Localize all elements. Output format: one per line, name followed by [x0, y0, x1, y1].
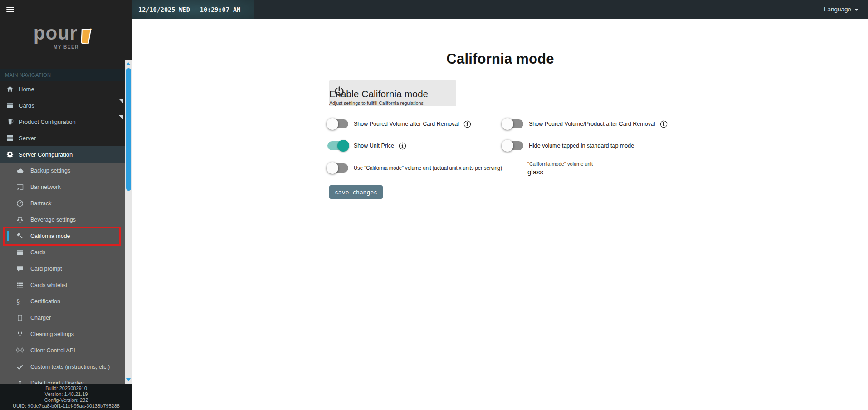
sidebar-item-home[interactable]: Home	[0, 81, 125, 97]
volume-unit-field-label: "California mode" volume unit	[527, 161, 729, 167]
sidebar-subitem-cards-whitelist[interactable]: Cards whitelist	[0, 277, 125, 293]
build-info-line: Version: 1.48.21.19	[0, 391, 132, 397]
sidebar-subitem-label: Client Control API	[30, 347, 75, 354]
build-info: Build: 2025082910Version: 1.48.21.19Conf…	[0, 384, 132, 410]
build-info-line: Config-Version: 232	[0, 397, 132, 403]
sidebar-item-label: Cards	[19, 102, 34, 109]
sidebar-subitem-label: Charger	[30, 315, 51, 321]
sidebar-subitem-cards[interactable]: Cards	[0, 244, 125, 261]
sidebar-item-label: Home	[19, 86, 34, 93]
sidebar-subitem-label: California mode	[30, 233, 70, 239]
toggle-knob	[337, 140, 349, 152]
home-icon	[6, 85, 14, 93]
sidebar-item-label: Product Configuration	[19, 119, 76, 125]
sidebar-item-label: Server	[19, 135, 36, 142]
sidebar-subitem-data-export-display[interactable]: Data Export / Display	[0, 375, 125, 384]
info-icon[interactable]	[399, 142, 406, 150]
sidebar-subitem-label: Bartrack	[30, 200, 52, 207]
page-title: California mode	[132, 51, 868, 67]
sidebar-subitem-bar-network[interactable]: Bar network	[0, 179, 125, 195]
sidebar-subitem-label: Backup settings	[30, 168, 70, 174]
toggle-switch[interactable]	[502, 141, 523, 150]
toggle-knob	[327, 162, 338, 174]
toggle-knob	[502, 140, 513, 152]
date-text: 12/10/2025 WED	[138, 6, 190, 13]
time-text: 10:29:07 AM	[200, 6, 240, 13]
sidebar-item-server[interactable]: Server	[0, 130, 125, 146]
scrollbar-thumb[interactable]	[126, 68, 131, 191]
language-dropdown[interactable]: Language	[824, 0, 859, 19]
sidebar: pour MY BEER MAIN NAVIGATION HomeCardsPr…	[0, 0, 132, 410]
build-info-line: UUID: 90de7ca8-b0f1-11ef-95aa-30138b7952…	[0, 403, 132, 409]
angle-left-icon	[119, 115, 123, 119]
sidebar-subitem-label: Cleaning settings	[30, 331, 74, 337]
sidebar-item-product-configuration[interactable]: Product Configuration	[0, 114, 125, 130]
enable-california-mode-button[interactable]: Enable California mode Adjust settings t…	[329, 80, 456, 106]
credit-card-icon	[6, 102, 14, 109]
sidebar-subitem-custom-texts-instructions-etc[interactable]: Custom texts (instructions, etc.)	[0, 359, 125, 375]
sidebar-subitem-label: Cards	[30, 249, 45, 256]
toggle-label: Show Poured Volume after Card Removal	[354, 121, 459, 127]
drops-icon	[16, 331, 24, 338]
export-icon	[16, 380, 24, 384]
info-icon[interactable]	[660, 120, 668, 128]
enable-title: Enable California mode	[329, 88, 456, 100]
comment-icon	[16, 265, 24, 272]
main-navigation: HomeCardsProduct ConfigurationServerServ…	[0, 81, 125, 163]
power-icon	[334, 86, 344, 96]
toggle-show-poured-volume-after-card-removal: Show Poured Volume after Card Removal	[327, 119, 502, 128]
hamburger-menu-button[interactable]	[6, 5, 14, 14]
battery-icon	[16, 314, 24, 321]
toggle-label: Use "California mode" volume unit (actua…	[354, 165, 502, 171]
server-icon	[6, 134, 14, 142]
sidebar-subitem-card-prompt[interactable]: Card prompt	[0, 261, 125, 277]
save-changes-button[interactable]: save changes	[329, 185, 383, 199]
sidebar-subitem-label: Cards whitelist	[30, 282, 67, 288]
scroll-up-arrow-icon[interactable]	[126, 62, 131, 65]
sidebar-subitem-charger[interactable]: Charger	[0, 310, 125, 326]
sidebar-subitem-client-control-api[interactable]: Client Control API	[0, 342, 125, 359]
sidebar-subitem-beverage-settings[interactable]: Beverage settings	[0, 212, 125, 228]
toggle-use-california-mode-volume-unit-actual-u: Use "California mode" volume unit (actua…	[327, 163, 502, 173]
brand-name: pour	[34, 24, 78, 43]
cast-icon	[16, 183, 24, 191]
sidebar-subitem-label: Bar network	[30, 184, 61, 190]
gavel-icon	[16, 232, 24, 240]
volume-unit-input[interactable]	[527, 167, 667, 179]
toggle-switch[interactable]	[502, 119, 523, 128]
toggle-knob	[502, 118, 513, 130]
toggle-knob	[327, 118, 338, 130]
antenna-icon	[16, 347, 24, 354]
toggle-switch[interactable]	[327, 119, 348, 128]
toggle-switch[interactable]	[327, 163, 348, 173]
sidebar-item-server-configuration[interactable]: Server Configuration	[0, 146, 125, 163]
sidebar-subitem-backup-settings[interactable]: Backup settings	[0, 163, 125, 179]
sidebar-scrollbar[interactable]	[125, 60, 132, 384]
sidebar-item-cards[interactable]: Cards	[0, 97, 125, 114]
beer-icon	[6, 118, 14, 125]
section-icon: §	[16, 298, 24, 305]
cloud-upload-icon	[16, 167, 24, 174]
datetime-display: 12/10/2025 WED 10:29:07 AM	[132, 0, 254, 19]
enable-subtitle: Adjust settings to fullfill California r…	[329, 100, 456, 106]
list-icon	[16, 282, 24, 289]
server-configuration-submenu: Backup settingsBar networkBartrackBevera…	[0, 163, 125, 384]
main-content: California mode Enable California mode A…	[132, 19, 868, 410]
sidebar-subitem-label: Card prompt	[30, 266, 62, 272]
sidebar-subitem-california-mode[interactable]: California mode	[0, 228, 125, 244]
sidebar-subitem-cleaning-settings[interactable]: Cleaning settings	[0, 326, 125, 342]
toggle-show-unit-price: Show Unit Price	[327, 141, 502, 150]
brand-logo: pour MY BEER	[0, 24, 125, 56]
sidebar-subitem-bartrack[interactable]: Bartrack	[0, 195, 125, 212]
sidebar-subitem-label: Custom texts (instructions, etc.)	[30, 364, 110, 370]
sidebar-subitem-certification[interactable]: §Certification	[0, 293, 125, 310]
toggle-switch[interactable]	[327, 141, 348, 150]
sidebar-subitem-label: Certification	[30, 298, 60, 305]
app-root: 12/10/2025 WED 10:29:07 AM Language pour…	[0, 0, 868, 410]
gauge-icon	[16, 200, 24, 207]
scroll-down-arrow-icon[interactable]	[126, 378, 131, 381]
info-icon[interactable]	[463, 120, 471, 128]
language-label: Language	[824, 6, 851, 13]
sidebar-item-label: Server Configuration	[19, 151, 73, 158]
brand-subtext: MY BEER	[54, 44, 79, 49]
